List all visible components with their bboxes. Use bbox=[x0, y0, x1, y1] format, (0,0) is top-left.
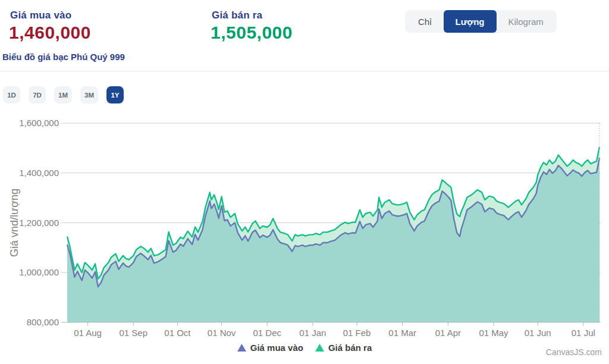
svg-text:01 May: 01 May bbox=[479, 328, 508, 338]
silver-price-widget: Giá mua vào 1,460,000 Giá bán ra 1,505,0… bbox=[0, 0, 609, 364]
svg-text:01 Aug: 01 Aug bbox=[74, 328, 102, 338]
y-axis-title: Giá vnd/lượng bbox=[8, 189, 20, 257]
x-axis bbox=[61, 322, 601, 326]
buy-series-triangle-icon bbox=[237, 344, 246, 352]
svg-text:01 Sep: 01 Sep bbox=[119, 328, 147, 338]
y-axis-labels: 800,0001,000,0001,200,0001,400,0001,600,… bbox=[19, 118, 59, 327]
svg-text:01 Mar: 01 Mar bbox=[388, 328, 416, 338]
svg-text:01 Nov: 01 Nov bbox=[208, 328, 236, 338]
svg-text:01 Apr: 01 Apr bbox=[435, 328, 461, 338]
svg-text:01 Jul: 01 Jul bbox=[572, 328, 595, 338]
canvasjs-watermark-link[interactable]: CanvasJS.com bbox=[546, 347, 602, 357]
svg-text:01 Jan: 01 Jan bbox=[299, 328, 326, 338]
svg-text:01 Oct: 01 Oct bbox=[164, 328, 191, 338]
sell-series-triangle-icon bbox=[315, 344, 324, 352]
legend-item-sell[interactable]: Giá bán ra bbox=[315, 343, 372, 353]
svg-text:800,000: 800,000 bbox=[27, 317, 59, 327]
price-area-chart[interactable]: 01 Aug01 Sep01 Oct01 Nov01 Dec01 Jan01 F… bbox=[0, 0, 609, 364]
svg-text:01 Dec: 01 Dec bbox=[253, 328, 281, 338]
svg-text:1,200,000: 1,200,000 bbox=[19, 218, 59, 228]
svg-text:1,400,000: 1,400,000 bbox=[19, 168, 59, 178]
legend-label-sell: Giá bán ra bbox=[328, 343, 372, 353]
chart-legend: Giá mua vào Giá bán ra bbox=[0, 343, 609, 353]
svg-text:1,000,000: 1,000,000 bbox=[19, 267, 59, 277]
svg-text:1,600,000: 1,600,000 bbox=[19, 118, 59, 128]
x-axis-labels: 01 Aug01 Sep01 Oct01 Nov01 Dec01 Jan01 F… bbox=[74, 328, 595, 338]
legend-item-buy[interactable]: Giá mua vào bbox=[237, 343, 303, 353]
legend-label-buy: Giá mua vào bbox=[250, 343, 303, 353]
svg-text:01 Feb: 01 Feb bbox=[343, 328, 371, 338]
svg-text:01 Jun: 01 Jun bbox=[525, 328, 551, 338]
